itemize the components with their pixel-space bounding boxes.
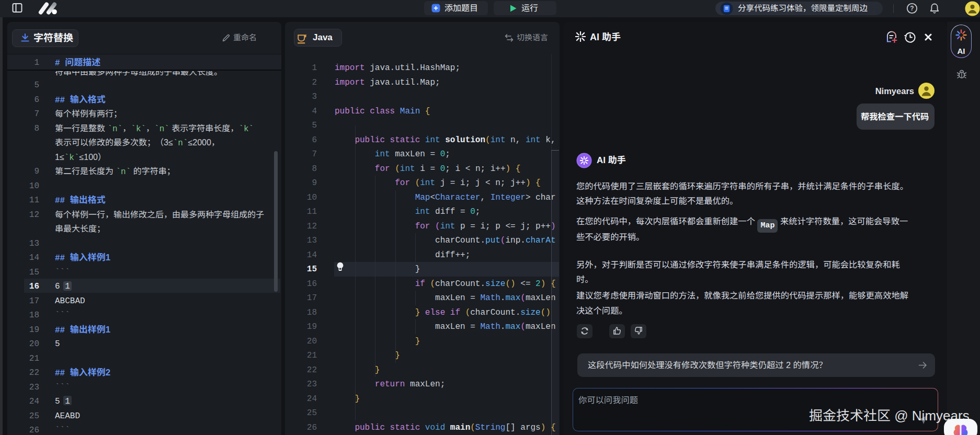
svg-text:?: ?: [910, 5, 914, 12]
